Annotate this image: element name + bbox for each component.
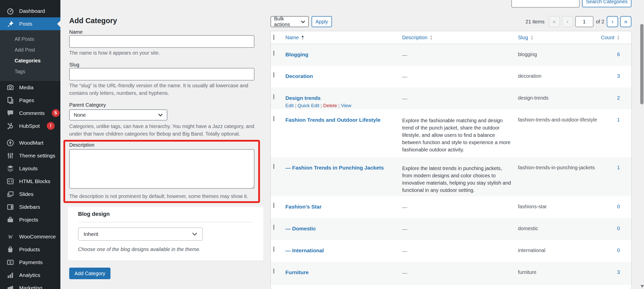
category-slug: decoration — [518, 66, 601, 88]
sort-arrows-icon: ▲▼ — [530, 35, 534, 40]
divider — [78, 222, 253, 222]
chevron-down-icon — [158, 113, 163, 116]
sidebar-item-comments[interactable]: Comments5 — [0, 107, 60, 119]
column-header-slug[interactable]: Slug▲▼ — [518, 35, 601, 40]
category-name-link[interactable]: Furniture — [285, 269, 309, 275]
sidebar-panel-icon — [6, 203, 15, 211]
row-checkbox[interactable] — [273, 203, 274, 208]
sidebar-subitem-categories[interactable]: Categories — [0, 55, 60, 66]
sidebar-item-products[interactable]: Products — [0, 243, 60, 256]
sidebar-item-marketing[interactable]: Marketing — [0, 281, 60, 289]
row-action-view[interactable]: View — [341, 103, 351, 108]
row-action-edit[interactable]: Edit — [285, 103, 294, 108]
total-pages-label: of 2 — [596, 19, 604, 25]
sidebar-item-media[interactable]: Media — [0, 81, 60, 94]
category-name-link[interactable]: Blogging — [285, 52, 308, 57]
category-name-link[interactable]: Fashion Trends and Outdoor Lifestyle — [285, 117, 381, 123]
sidebar-item-theme-settings[interactable]: Theme settings — [0, 149, 60, 162]
table-header: Name▲▼Description▲▼Slug▲▼Count▲▼ — [271, 31, 631, 44]
category-count-link[interactable]: 0 — [617, 204, 620, 209]
row-checkbox[interactable] — [273, 164, 274, 169]
sidebar-item-dashboard[interactable]: Dashboard — [0, 5, 60, 17]
category-count-link[interactable]: 2 — [617, 95, 620, 101]
sidebar-subitem-all-posts[interactable]: All Posts — [0, 34, 60, 45]
row-checkbox[interactable] — [273, 268, 274, 274]
description-textarea[interactable] — [69, 149, 254, 189]
row-action-quick-edit[interactable]: Quick Edit — [297, 103, 319, 108]
sidebar-item-label: Comments — [19, 110, 45, 116]
slides-icon — [6, 190, 15, 198]
scrollbar-down-arrow[interactable] — [640, 285, 644, 288]
row-checkbox[interactable] — [273, 116, 274, 121]
previous-page-button[interactable]: ‹ — [562, 16, 573, 27]
sidebar-item-label: Projects — [19, 217, 38, 223]
column-header-name[interactable]: Name▲▼ — [285, 35, 402, 40]
category-count-link[interactable]: 0 — [617, 226, 620, 231]
sidebar-item-label: Theme settings — [19, 153, 55, 159]
sidebar-subitem-add-post[interactable]: Add Post — [0, 45, 60, 55]
pushpin-icon — [6, 20, 15, 28]
category-count-link[interactable]: 3 — [617, 73, 620, 79]
apply-button[interactable]: Apply — [312, 16, 332, 27]
sidebar-item-hubspot[interactable]: HubSpot! — [0, 119, 60, 132]
category-name-link[interactable]: Fashion’s Star — [285, 204, 322, 210]
category-name-link[interactable]: — Fashion Trends in Punching Jackets — [285, 165, 384, 171]
sidebar-item-woodmart[interactable]: WoodMart — [0, 136, 60, 149]
category-name-link[interactable]: Design trends — [285, 95, 321, 101]
category-description: — — [402, 196, 518, 218]
slug-input[interactable] — [69, 68, 254, 80]
category-name-link[interactable]: Decoration — [285, 73, 313, 79]
table-row: — Fashion Trends in Punching JacketsExpl… — [271, 157, 631, 196]
sidebar-item-label: Payments — [19, 259, 43, 265]
parent-category-select[interactable]: None — [69, 109, 167, 120]
category-count-link[interactable]: 1 — [617, 117, 620, 122]
category-count-link[interactable]: 0 — [617, 247, 620, 253]
category-name-link[interactable]: — International — [285, 247, 324, 253]
sidebar-item-slides[interactable]: Slides — [0, 188, 60, 200]
table-row: — International—international0 — [271, 240, 631, 262]
sidebar-item-posts[interactable]: Posts — [0, 17, 60, 30]
sort-arrows-icon: ▲▼ — [301, 35, 304, 40]
last-page-button[interactable]: » — [620, 16, 631, 27]
row-checkbox[interactable] — [273, 225, 274, 230]
select-all-checkbox[interactable] — [273, 35, 274, 40]
next-page-button[interactable]: › — [607, 16, 618, 27]
sidebar-item-pages[interactable]: Pages — [0, 94, 60, 107]
row-checkbox[interactable] — [273, 72, 274, 77]
column-header-description[interactable]: Description▲▼ — [402, 35, 518, 40]
sidebar-item-woocommerce[interactable]: WWooCommerce — [0, 230, 60, 243]
sidebar-item-projects[interactable]: Projects — [0, 213, 60, 226]
sidebar-item-payments[interactable]: $Payments — [0, 256, 60, 269]
bar-chart-icon — [6, 271, 15, 279]
sidebar-item-layouts[interactable]: Layouts — [0, 162, 60, 175]
sidebar-item-analytics[interactable]: Analytics — [0, 269, 60, 281]
category-slug: fashion-trends-and-outdoor-lifestyle — [518, 109, 601, 157]
scrollbar-thumb[interactable] — [640, 24, 643, 104]
row-checkbox[interactable] — [273, 246, 274, 252]
row-checkbox[interactable] — [273, 94, 274, 99]
table-row: Fashion Trends and Outdoor LifestyleExpl… — [271, 109, 631, 157]
hubspot-sprocket-icon — [6, 122, 15, 130]
column-header-count[interactable]: Count▲▼ — [601, 35, 631, 40]
blog-design-select[interactable]: Inherit — [78, 227, 203, 241]
row-checkbox[interactable] — [273, 51, 274, 56]
category-count-link[interactable]: 6 — [617, 52, 620, 57]
sidebar-item-html-blocks[interactable]: HTML Blocks — [0, 175, 60, 188]
current-page-input[interactable]: 1 — [575, 16, 593, 27]
categories-table: Name▲▼Description▲▼Slug▲▼Count▲▼ Bloggin… — [271, 31, 632, 289]
category-count-link[interactable]: 3 — [617, 269, 620, 275]
category-count-link[interactable]: 1 — [617, 165, 620, 170]
sidebar-item-label: Media — [19, 85, 33, 91]
add-category-button[interactable]: Add Category — [69, 268, 110, 279]
first-page-button[interactable]: « — [549, 16, 560, 27]
category-name-link[interactable]: — Domestic — [285, 226, 316, 231]
search-categories-button[interactable]: Search Categories — [582, 0, 631, 7]
sidebar-item-label: Marketing — [19, 285, 42, 289]
category-description: — — [402, 44, 518, 66]
sidebar-subitem-tags[interactable]: Tags — [0, 66, 60, 77]
sidebar-item-sidebars[interactable]: Sidebars — [0, 200, 60, 213]
name-input[interactable] — [69, 35, 254, 48]
bulk-actions-select[interactable]: Bulk actions — [271, 16, 309, 27]
row-action-delete[interactable]: Delete — [323, 103, 337, 108]
search-categories-input[interactable] — [511, 0, 580, 8]
